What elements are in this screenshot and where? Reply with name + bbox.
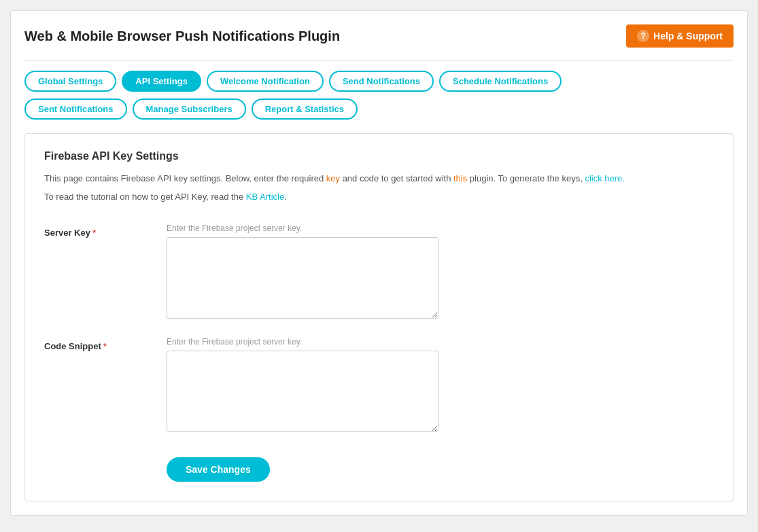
content-panel: Firebase API Key Settings This page cont…	[24, 133, 734, 501]
page-title: Web & Mobile Browser Push Notifications …	[24, 29, 340, 44]
tab-send-notifications[interactable]: Send Notifications	[329, 71, 434, 92]
server-key-textarea[interactable]	[167, 237, 438, 319]
section-title: Firebase API Key Settings	[44, 150, 714, 162]
code-snippet-label: Code Snippet*	[44, 337, 167, 351]
kb-article-link[interactable]: KB Article	[246, 192, 284, 202]
server-key-label: Server Key*	[44, 224, 167, 238]
code-snippet-input-area: Enter the Firebase project server key.	[167, 337, 714, 434]
required-star-server-key: *	[92, 228, 96, 238]
save-changes-button[interactable]: Save Changes	[167, 457, 270, 482]
tabs-row-2: Sent Notifications Manage Subscribers Re…	[24, 99, 734, 120]
help-button-label: Help & Support	[653, 31, 723, 41]
required-star-code-snippet: *	[103, 341, 107, 351]
server-key-hint: Enter the Firebase project server key.	[167, 224, 714, 233]
highlight-this: this	[453, 173, 467, 183]
description-line-2: To read the tutorial on how to get API K…	[44, 190, 714, 205]
server-key-input-area: Enter the Firebase project server key.	[167, 224, 714, 321]
help-support-button[interactable]: ? Help & Support	[626, 24, 734, 48]
tab-welcome-notification[interactable]: Welcome Notification	[207, 71, 324, 92]
code-snippet-hint: Enter the Firebase project server key.	[167, 337, 714, 347]
tab-schedule-notifications[interactable]: Schedule Notifications	[439, 71, 562, 92]
tab-manage-subscribers[interactable]: Manage Subscribers	[133, 99, 246, 120]
question-icon: ?	[637, 30, 649, 42]
header-row: Web & Mobile Browser Push Notifications …	[24, 24, 734, 48]
server-key-row: Server Key* Enter the Firebase project s…	[44, 224, 714, 321]
tabs-row-1: Global Settings API Settings Welcome Not…	[24, 71, 734, 92]
header-divider	[24, 60, 734, 60]
page-wrapper: Web & Mobile Browser Push Notifications …	[10, 10, 748, 516]
tab-global-settings[interactable]: Global Settings	[24, 71, 116, 92]
tab-sent-notifications[interactable]: Sent Notifications	[24, 99, 127, 120]
tab-report-statistics[interactable]: Report & Statistics	[252, 99, 358, 120]
code-snippet-row: Code Snippet* Enter the Firebase project…	[44, 337, 714, 434]
form-section: Server Key* Enter the Firebase project s…	[44, 224, 714, 482]
save-button-wrapper: Save Changes	[44, 450, 714, 482]
description-line-1: This page contains Firebase API key sett…	[44, 172, 714, 186]
highlight-key: key	[326, 173, 340, 183]
tab-api-settings[interactable]: API Settings	[122, 71, 201, 92]
click-here-link[interactable]: click here.	[585, 173, 625, 183]
code-snippet-textarea[interactable]	[167, 351, 438, 432]
